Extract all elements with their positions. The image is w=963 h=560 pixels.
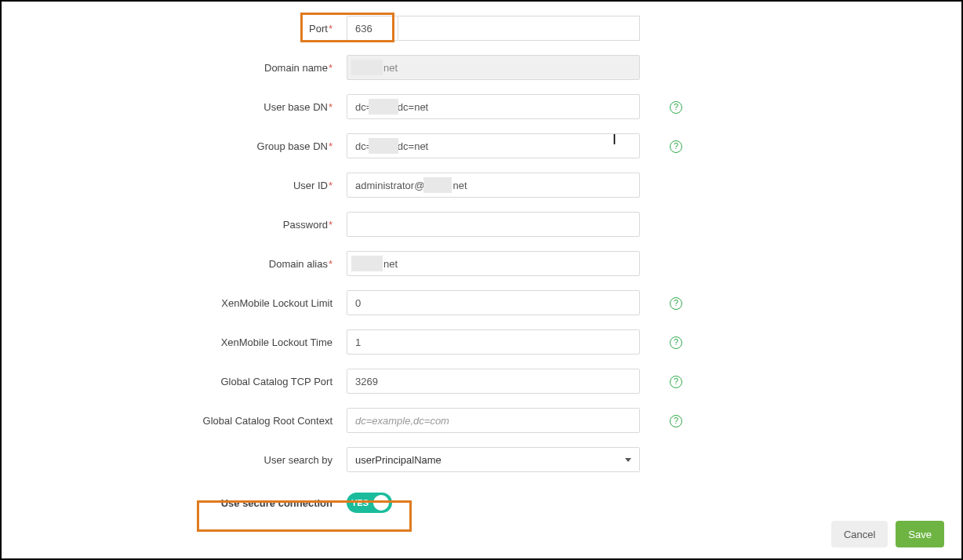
toggle-state-label: YES <box>351 498 369 507</box>
row-domain-alias: Domain alias* <box>17 251 946 276</box>
row-password: Password* <box>17 212 946 237</box>
row-user-id: User ID* <box>17 173 946 198</box>
chevron-down-icon <box>625 458 631 462</box>
row-use-secure: Use secure connection YES <box>17 493 946 513</box>
gc-tcp-port-label: Global Catalog TCP Port <box>17 376 347 387</box>
help-icon[interactable]: ? <box>670 101 682 114</box>
lockout-time-label: XenMobile Lockout Time <box>17 336 347 348</box>
gc-root-context-input[interactable] <box>347 408 640 433</box>
user-search-by-select[interactable]: userPrincipalName <box>347 447 640 472</box>
port-input-ext <box>398 16 640 41</box>
domain-alias-input[interactable] <box>347 251 640 276</box>
domain-alias-label: Domain alias* <box>17 258 347 270</box>
row-gc-tcp-port: Global Catalog TCP Port ? <box>17 369 946 394</box>
group-base-dn-label: Group base DN* <box>17 140 347 152</box>
help-icon[interactable]: ? <box>670 336 682 349</box>
gc-tcp-port-input[interactable] <box>347 369 640 394</box>
lockout-limit-input[interactable] <box>347 290 640 315</box>
group-base-dn-input[interactable] <box>347 133 640 158</box>
row-port: Port* <box>17 16 946 41</box>
user-base-dn-input[interactable] <box>347 94 640 119</box>
row-group-base-dn: Group base DN* ? <box>17 133 946 158</box>
gc-root-context-label: Global Catalog Root Context <box>17 415 347 427</box>
help-icon[interactable]: ? <box>670 297 682 310</box>
use-secure-toggle[interactable]: YES <box>347 493 392 513</box>
row-lockout-limit: XenMobile Lockout Limit ? <box>17 290 946 315</box>
lockout-limit-label: XenMobile Lockout Limit <box>17 297 347 309</box>
row-lockout-time: XenMobile Lockout Time ? <box>17 329 946 355</box>
domain-name-label: Domain name* <box>17 62 347 74</box>
help-icon[interactable]: ? <box>670 140 682 153</box>
help-icon[interactable]: ? <box>670 415 682 427</box>
row-user-search-by: User search by userPrincipalName <box>17 447 946 472</box>
lockout-time-input[interactable] <box>347 329 640 355</box>
toggle-knob <box>373 495 389 511</box>
footer-buttons: Cancel Save <box>831 521 944 547</box>
user-id-input[interactable] <box>347 173 640 198</box>
user-search-by-value: userPrincipalName <box>355 454 442 466</box>
user-id-label: User ID* <box>17 180 347 191</box>
use-secure-label: Use secure connection <box>17 497 347 509</box>
row-gc-root-context: Global Catalog Root Context ? <box>17 408 946 433</box>
row-user-base-dn: User base DN* ? <box>17 94 946 119</box>
password-input[interactable] <box>347 212 640 237</box>
domain-name-input <box>347 55 640 80</box>
row-domain-name: Domain name* <box>17 55 946 80</box>
help-icon[interactable]: ? <box>670 376 682 388</box>
port-input[interactable] <box>347 16 398 41</box>
cancel-button[interactable]: Cancel <box>831 521 888 547</box>
save-button[interactable]: Save <box>896 521 944 547</box>
user-base-dn-label: User base DN* <box>17 101 347 113</box>
port-label: Port* <box>17 23 347 35</box>
password-label: Password* <box>17 219 347 231</box>
user-search-by-label: User search by <box>17 454 347 466</box>
